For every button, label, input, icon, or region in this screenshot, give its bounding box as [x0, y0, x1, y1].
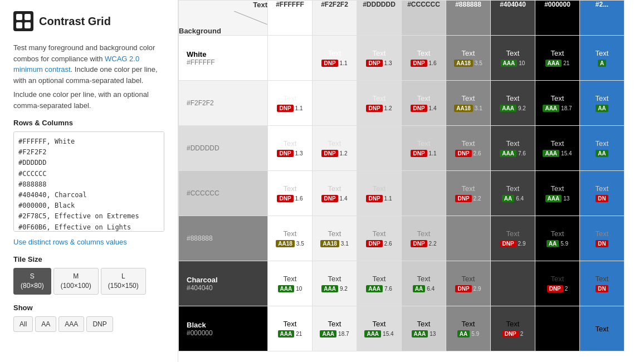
cell-r0-c4[interactable]: TextAA183.5 [446, 36, 491, 81]
cell-r1-c7[interactable]: TextAA [580, 81, 625, 126]
cell-r1-c5[interactable]: TextAAA9.2 [491, 81, 535, 126]
ratio-r1-c0: 1.1 [295, 105, 303, 111]
sidebar-description: Test many foreground and background colo… [13, 42, 164, 86]
ratio-r0-c4: 3.5 [475, 60, 482, 66]
cell-r6-c7[interactable]: Text [580, 306, 625, 351]
cell-r6-c4[interactable]: TextAA5.9 [446, 306, 491, 351]
show-all[interactable]: All [13, 316, 33, 332]
cell-text-r0-c3: Text [417, 49, 431, 57]
cell-r2-c2[interactable] [357, 126, 402, 171]
cell-r1-c3[interactable]: TextDNP1.4 [402, 81, 446, 126]
cell-r6-c0[interactable]: TextAAA21 [268, 306, 313, 351]
cell-r5-c4[interactable]: TextDNP2.9 [446, 261, 491, 306]
cell-r2-c7[interactable]: TextAA [580, 126, 625, 171]
cell-r6-c3[interactable]: TextAAA13 [402, 306, 446, 351]
distinct-link[interactable]: Use distinct rows & columns values [13, 238, 164, 246]
col-header-404040: #404040 [491, 1, 535, 36]
grid-icon [13, 11, 33, 31]
cell-r5-c1[interactable]: TextAAA9.2 [313, 261, 357, 306]
cell-r0-c2[interactable]: TextDNP1.3 [357, 36, 402, 81]
cell-r2-c1[interactable]: TextDNP1.2 [313, 126, 357, 171]
cell-r4-c7[interactable]: TextDN [580, 216, 625, 261]
tile-size-l[interactable]: L(150×150) [101, 268, 146, 295]
show-aa[interactable]: AA [35, 316, 56, 332]
cell-r1-c2[interactable]: TextDNP1.2 [357, 81, 402, 126]
svg-rect-0 [13, 11, 33, 31]
cell-r2-c4[interactable]: TextDNP2.6 [446, 126, 491, 171]
cell-r6-c6[interactable] [535, 306, 580, 351]
cell-r2-c0[interactable]: TextDNP1.3 [268, 126, 313, 171]
cell-r4-c4[interactable] [446, 216, 491, 261]
ratio-r6-c5: 2 [520, 331, 524, 337]
row-name-0: White [187, 50, 260, 58]
ratio-r3-c2: 1.1 [384, 195, 392, 202]
cell-r2-c3[interactable]: TextDNP1.1 [402, 126, 446, 171]
cell-r0-c5[interactable]: TextAAA10 [491, 36, 535, 81]
cell-r1-c6[interactable]: TextAAA18.7 [535, 81, 580, 126]
cell-r4-c1[interactable]: TextAA183.1 [313, 216, 357, 261]
badge-r2-c0: DNP [277, 150, 293, 157]
cell-text-r3-c2: Text [373, 184, 386, 193]
row-label-4: #888888 [179, 216, 268, 261]
cell-r6-c2[interactable]: TextAAA15.4 [357, 306, 402, 351]
badge-r3-c4: DNP [455, 195, 471, 202]
tile-size-s[interactable]: S(80×80) [13, 268, 51, 295]
cell-r5-c7[interactable]: TextDN [580, 261, 625, 306]
cell-r3-c3[interactable] [402, 171, 446, 216]
cell-r2-c5[interactable]: TextAAA7.6 [491, 126, 535, 171]
cell-r4-c0[interactable]: TextAA183.5 [268, 216, 313, 261]
row-label-1: #F2F2F2 [179, 81, 268, 126]
cell-r1-c4[interactable]: TextAA183.1 [446, 81, 491, 126]
cell-text-r5-c3: Text [417, 275, 431, 283]
row-hex-1: #F2F2F2 [187, 99, 260, 107]
badge-r0-c5: AAA [501, 60, 518, 67]
badge-r2-c1: DNP [321, 150, 338, 157]
cell-r4-c3[interactable]: TextDNP2.2 [402, 216, 446, 261]
cell-r1-c1[interactable] [313, 81, 357, 126]
row-label-6: Black#000000 [179, 306, 268, 351]
cell-r2-c6[interactable]: TextAAA15.4 [535, 126, 580, 171]
cell-r0-c0[interactable] [268, 36, 313, 81]
cell-r5-c6[interactable]: TextDNP2 [535, 261, 580, 306]
show-aaa[interactable]: AAA [58, 316, 84, 332]
cell-r4-c5[interactable]: TextDNP2.9 [491, 216, 535, 261]
ratio-r5-c1: 9.2 [340, 286, 348, 292]
cell-text-r0-c7: Text [596, 49, 609, 57]
cell-r5-c3[interactable]: TextAA6.4 [402, 261, 446, 306]
badge-r4-c2: DNP [366, 240, 382, 247]
ratio-r4-c2: 2.6 [384, 241, 392, 247]
cell-r3-c2[interactable]: TextDNP1.1 [357, 171, 402, 216]
tile-size-m[interactable]: M(100×100) [53, 268, 99, 295]
color-input[interactable]: #FFFFFF, White #F2F2F2 #DDDDDD #CCCCCC #… [13, 131, 164, 232]
row-name-6: Black [187, 321, 260, 329]
badge-r0-c1: DNP [321, 60, 338, 67]
badge-r0-c3: DNP [411, 60, 427, 67]
cell-r4-c2[interactable]: TextDNP2.6 [357, 216, 402, 261]
show-dnp[interactable]: DNP [86, 316, 113, 332]
badge-r3-c5: AA [502, 195, 514, 202]
cell-r1-c0[interactable]: TextDNP1.1 [268, 81, 313, 126]
cell-r5-c5[interactable] [491, 261, 535, 306]
cell-text-r2-c1: Text [328, 139, 341, 148]
cell-r5-c0[interactable]: TextAAA10 [268, 261, 313, 306]
cell-r6-c1[interactable]: TextAAA18.7 [313, 306, 357, 351]
cell-r4-c6[interactable]: TextAA5.9 [535, 216, 580, 261]
ratio-r5-c6: 2 [565, 286, 568, 292]
svg-rect-2 [25, 14, 31, 20]
cell-r6-c5[interactable]: TextDNP2 [491, 306, 535, 351]
cell-r0-c6[interactable]: TextAAA21 [535, 36, 580, 81]
cell-text-r1-c2: Text [373, 94, 386, 102]
row-hex-0: #FFFFFF [187, 58, 260, 66]
cell-r3-c1[interactable]: TextDNP1.4 [313, 171, 357, 216]
cell-r3-c4[interactable]: TextDNP2.2 [446, 171, 491, 216]
cell-r0-c1[interactable]: TextDNP1.1 [313, 36, 357, 81]
cell-r0-c7[interactable]: TextA [580, 36, 625, 81]
cell-r3-c6[interactable]: TextAAA13 [535, 171, 580, 216]
cell-r0-c3[interactable]: TextDNP1.6 [402, 36, 446, 81]
cell-r3-c0[interactable]: TextDNP1.6 [268, 171, 313, 216]
cell-r5-c2[interactable]: TextAAA7.6 [357, 261, 402, 306]
cell-r3-c7[interactable]: TextDN [580, 171, 625, 216]
badge-r2-c4: DNP [455, 150, 471, 157]
cell-r3-c5[interactable]: TextAA6.4 [491, 171, 535, 216]
cell-text-r3-c6: Text [551, 184, 564, 193]
